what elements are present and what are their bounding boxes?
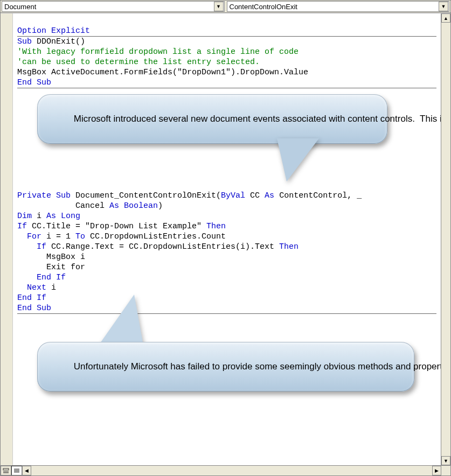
procedure-view-icon xyxy=(3,468,9,473)
code-comment: 'can be used to determine the list entry… xyxy=(17,58,260,67)
code-container: Option Explicit Sub DDOnExit() 'With leg… xyxy=(1,13,450,465)
code-token: As Long xyxy=(46,212,80,221)
scroll-left-arrow-icon[interactable]: ◀ xyxy=(22,466,31,475)
vertical-scrollbar[interactable]: ▲ ▼ xyxy=(441,13,450,465)
full-module-view-icon xyxy=(13,468,20,473)
code-token: Option xyxy=(17,26,46,36)
code-token: End If xyxy=(17,273,66,282)
callout-text: Unfortunately Microsoft has failed to pr… xyxy=(74,361,441,372)
code-token: As xyxy=(265,191,274,200)
scroll-thumb[interactable] xyxy=(441,23,450,456)
object-procedure-bar: Document ▼ ContentControlOnExit ▼ xyxy=(1,1,450,13)
object-dropdown-text: Document xyxy=(4,3,214,11)
code-token: MsgBox i xyxy=(17,253,85,262)
code-token: If xyxy=(17,222,27,231)
code-token: ) xyxy=(158,201,163,211)
horizontal-scrollbar[interactable]: ◀ ▶ xyxy=(22,466,441,475)
code-token: DDOnExit() xyxy=(32,37,85,46)
code-token: To xyxy=(75,232,85,241)
scroll-track[interactable] xyxy=(31,466,432,475)
procedure-separator xyxy=(17,36,436,37)
callout-text: Microsoft introduced several new documen… xyxy=(74,114,441,124)
dropdown-arrow-icon[interactable]: ▼ xyxy=(214,2,224,11)
scroll-right-arrow-icon[interactable]: ▶ xyxy=(432,466,441,475)
code-token: End If xyxy=(17,293,46,303)
bottom-bar: ◀ ▶ xyxy=(1,465,450,475)
code-token: If xyxy=(17,242,46,251)
code-token: CC.Title = "Drop-Down List Example" xyxy=(27,222,206,231)
code-token: ContentControl, _ xyxy=(274,191,362,200)
procedure-dropdown-text: ContentControlOnExit xyxy=(230,3,439,11)
scroll-up-arrow-icon[interactable]: ▲ xyxy=(441,13,450,23)
procedure-dropdown[interactable]: ContentControlOnExit ▼ xyxy=(227,1,450,12)
code-token: i = 1 xyxy=(41,232,75,241)
svg-rect-0 xyxy=(3,468,9,470)
scroll-down-arrow-icon[interactable]: ▼ xyxy=(441,456,450,465)
code-token: ByVal xyxy=(221,191,245,200)
full-module-view-button[interactable] xyxy=(11,466,22,475)
code-token: i xyxy=(32,212,46,221)
code-token: Exit for xyxy=(17,263,85,272)
annotation-callout-2: Unfortunately Microsoft has failed to pr… xyxy=(37,342,414,391)
code-editor[interactable]: Option Explicit Sub DDOnExit() 'With leg… xyxy=(13,13,441,465)
code-token: MsgBox ActiveDocument.FormFields("DropDo… xyxy=(17,68,308,77)
margin-indicator-bar xyxy=(1,13,13,465)
object-dropdown[interactable]: Document ▼ xyxy=(2,1,225,12)
procedure-separator xyxy=(17,88,436,88)
callout-tail-icon xyxy=(96,295,144,348)
vbe-code-window: Document ▼ ContentControlOnExit ▼ Option… xyxy=(0,0,451,476)
code-token: As Boolean xyxy=(109,201,158,211)
procedure-view-button[interactable] xyxy=(1,466,11,475)
code-token: Then xyxy=(279,242,299,251)
code-token: Explicit xyxy=(51,26,90,36)
code-token: Next xyxy=(17,283,46,292)
code-token: Private Sub xyxy=(17,191,71,200)
code-token: Then xyxy=(206,222,226,231)
code-token: CC.Range.Text = CC.DropdownListEntries(i… xyxy=(46,242,279,251)
code-token: End Sub xyxy=(17,78,51,87)
code-token: Sub xyxy=(17,37,32,46)
code-token: CC xyxy=(245,191,265,200)
size-grip[interactable] xyxy=(441,466,450,475)
callout-tail-icon xyxy=(277,138,319,181)
code-token: For xyxy=(17,232,41,241)
code-token: Document_ContentControlOnExit( xyxy=(71,191,221,200)
code-comment: 'With legacy formfield dropdown list a s… xyxy=(17,47,299,57)
code-token: CC.DropdownListEntries.Count xyxy=(85,232,226,241)
code-token: Dim xyxy=(17,212,32,221)
procedure-separator xyxy=(17,313,436,314)
code-token: Cancel xyxy=(17,201,109,211)
annotation-callout-1: Microsoft introduced several new documen… xyxy=(37,94,387,144)
code-token: End Sub xyxy=(17,304,51,313)
code-token: i xyxy=(46,283,56,292)
dropdown-arrow-icon[interactable]: ▼ xyxy=(439,2,448,11)
